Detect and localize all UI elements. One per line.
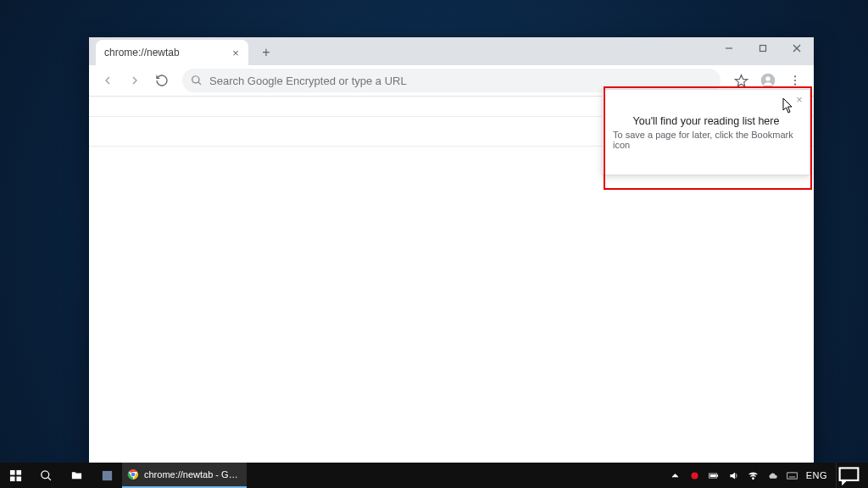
svg-point-9 <box>794 84 796 86</box>
svg-rect-24 <box>709 474 715 476</box>
chrome-icon <box>127 469 139 480</box>
tray-battery-icon[interactable] <box>709 470 720 481</box>
taskbar-left: chrome://newtab - G… <box>0 463 247 488</box>
close-popup-button[interactable]: × <box>793 92 806 106</box>
svg-point-20 <box>131 473 136 477</box>
close-tab-icon[interactable]: × <box>230 47 242 58</box>
windows-taskbar: chrome://newtab - G… ENG <box>0 463 868 488</box>
reading-list-popup: × You'll find your reading list here To … <box>602 89 810 175</box>
omnibox-input[interactable] <box>209 75 712 87</box>
svg-rect-18 <box>102 470 111 480</box>
search-button[interactable] <box>31 463 61 488</box>
svg-point-25 <box>752 477 754 479</box>
back-button[interactable] <box>96 69 120 92</box>
svg-point-6 <box>765 76 770 80</box>
new-tab-button[interactable]: + <box>255 42 277 64</box>
taskbar-app-button[interactable] <box>92 463 122 488</box>
popup-title: You'll find your reading list here <box>633 115 780 127</box>
browser-tab[interactable]: chrome://newtab × <box>96 40 248 65</box>
svg-rect-26 <box>787 472 797 478</box>
start-button[interactable] <box>0 463 31 488</box>
tray-wifi-icon[interactable] <box>748 470 759 481</box>
taskbar-chrome-task[interactable]: chrome://newtab - G… <box>122 463 247 488</box>
svg-rect-16 <box>9 476 14 481</box>
language-indicator[interactable]: ENG <box>806 470 827 480</box>
taskbar-chrome-label: chrome://newtab - G… <box>144 469 238 480</box>
svg-point-21 <box>691 472 698 479</box>
svg-rect-23 <box>716 474 717 477</box>
svg-point-8 <box>794 80 796 81</box>
tray-chevron-icon[interactable] <box>670 470 681 481</box>
system-tray: ENG <box>663 463 868 488</box>
tray-volume-icon[interactable] <box>728 470 739 481</box>
mouse-cursor <box>782 97 794 114</box>
chrome-window: chrome://newtab × + <box>89 37 814 464</box>
svg-rect-15 <box>16 469 21 474</box>
tab-title: chrome://newtab <box>104 47 230 58</box>
svg-rect-14 <box>9 469 14 474</box>
tray-keyboard-icon[interactable] <box>787 470 798 481</box>
tray-recording-icon[interactable] <box>689 470 700 481</box>
search-icon <box>191 75 203 86</box>
svg-rect-28 <box>840 468 859 480</box>
popup-subtitle: To save a page for later, click the Book… <box>613 130 799 150</box>
action-center-button[interactable] <box>836 463 861 488</box>
svg-marker-4 <box>735 75 747 86</box>
tray-onedrive-icon[interactable] <box>767 470 778 481</box>
svg-rect-17 <box>16 476 21 481</box>
maximize-button[interactable] <box>746 37 780 58</box>
svg-point-7 <box>794 75 796 77</box>
window-controls <box>712 37 814 58</box>
svg-rect-1 <box>760 45 766 51</box>
titlebar: chrome://newtab × + <box>89 37 814 65</box>
reload-button[interactable] <box>150 69 174 92</box>
close-window-button[interactable] <box>780 37 814 58</box>
minimize-button[interactable] <box>712 37 746 58</box>
file-explorer-button[interactable] <box>61 463 92 488</box>
forward-button[interactable] <box>123 69 147 92</box>
